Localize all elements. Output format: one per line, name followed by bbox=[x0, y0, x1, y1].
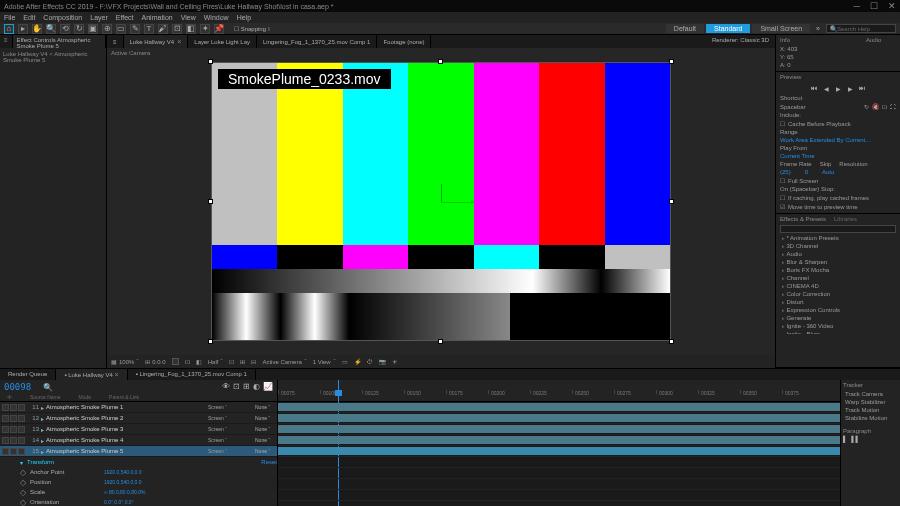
next-frame-icon[interactable]: ▶ bbox=[845, 84, 855, 92]
layer-handle[interactable] bbox=[669, 199, 674, 204]
brush-tool-icon[interactable]: 🖌 bbox=[158, 24, 168, 34]
visibility-toggle[interactable] bbox=[2, 426, 9, 433]
solo-toggle[interactable] bbox=[10, 448, 17, 455]
track-row[interactable] bbox=[278, 479, 840, 490]
views-dropdown[interactable]: 1 View ˅ bbox=[313, 358, 336, 365]
resolution-dropdown[interactable]: ⊞ 0.0.0 bbox=[145, 358, 165, 365]
mask-icon[interactable]: ◧ bbox=[196, 358, 202, 365]
fullscreen-icon[interactable]: ⛶ bbox=[890, 104, 896, 110]
effects-search-input[interactable] bbox=[780, 225, 896, 233]
fr-value[interactable]: (25) bbox=[780, 169, 791, 175]
track-row[interactable] bbox=[278, 402, 840, 413]
track-row[interactable] bbox=[278, 468, 840, 479]
loop-icon[interactable]: ↻ bbox=[864, 103, 869, 110]
col-source[interactable]: Source Name bbox=[30, 394, 61, 400]
pan-behind-tool-icon[interactable]: ⊕ bbox=[102, 24, 112, 34]
ws-more-icon[interactable]: » bbox=[812, 24, 824, 33]
cache-opt-checkbox[interactable]: ☐ If caching, play cached frames bbox=[780, 193, 896, 202]
puppet-tool-icon[interactable]: 📌 bbox=[214, 24, 224, 34]
clone-tool-icon[interactable]: ⊡ bbox=[172, 24, 182, 34]
transform-group[interactable]: ▾ TransformReset bbox=[0, 457, 277, 467]
warp-stabilizer-button[interactable]: Warp Stabilizer bbox=[843, 398, 898, 406]
maximize-icon[interactable]: ☐ bbox=[870, 1, 878, 11]
track-row[interactable] bbox=[278, 457, 840, 468]
preview-panel-header[interactable]: Preview bbox=[780, 74, 896, 80]
effect-category[interactable]: Generate bbox=[780, 314, 896, 322]
track-row[interactable] bbox=[278, 413, 840, 424]
effect-category[interactable]: Color Correction bbox=[780, 290, 896, 298]
effect-category[interactable]: Distort bbox=[780, 298, 896, 306]
effect-category[interactable]: Blur & Sharpen bbox=[780, 258, 896, 266]
shape-tool-icon[interactable]: ▭ bbox=[116, 24, 126, 34]
effect-category[interactable]: Channel bbox=[780, 274, 896, 282]
layer-handle[interactable] bbox=[438, 339, 443, 344]
track-row[interactable] bbox=[278, 446, 840, 457]
cache-checkbox[interactable]: ☐ Cache Before Playback bbox=[780, 119, 896, 128]
layer-row[interactable]: 13▸Atmospheric Smoke Plume 3Screen ˅None… bbox=[0, 424, 277, 435]
effect-category[interactable]: * Animation Presets bbox=[780, 234, 896, 242]
track-motion-button[interactable]: Track Motion bbox=[843, 406, 898, 414]
layer-bar[interactable] bbox=[278, 447, 840, 455]
comp-tab-1[interactable]: Layer Luke Light Lay bbox=[188, 35, 257, 48]
motionblur-icon[interactable]: ◐ bbox=[253, 382, 260, 391]
track-row[interactable] bbox=[278, 501, 840, 506]
comp-tab-0[interactable]: Luke Hallway V4× bbox=[124, 35, 189, 48]
menu-layer[interactable]: Layer bbox=[90, 14, 108, 21]
solo-toggle[interactable] bbox=[10, 404, 17, 411]
tl-tab-render[interactable]: Render Queue bbox=[0, 369, 56, 380]
overlay-icon[interactable]: ⊡ bbox=[882, 103, 887, 110]
audio-panel-header[interactable]: Audio bbox=[866, 37, 896, 43]
range-dropdown[interactable]: Work Area Extended By Current… bbox=[780, 137, 871, 143]
current-timecode[interactable]: 00098 bbox=[4, 382, 31, 392]
text-tool-icon[interactable]: T bbox=[144, 24, 154, 34]
first-frame-icon[interactable]: ⏮ bbox=[809, 84, 819, 92]
menu-edit[interactable]: Edit bbox=[23, 14, 35, 21]
zoom-tool-icon[interactable]: 🔍 bbox=[46, 24, 56, 34]
eraser-tool-icon[interactable]: ◧ bbox=[186, 24, 196, 34]
solo-toggle[interactable] bbox=[10, 437, 17, 444]
viewport[interactable]: Active Camera bbox=[107, 48, 775, 355]
transform-property[interactable]: ◇Orientation0.0°,0.0°,0.0° bbox=[0, 497, 277, 506]
menu-animation[interactable]: Animation bbox=[142, 14, 173, 21]
tl-tab-comp2[interactable]: ▪ Lingering_Fog_1_1370_25.mov Comp 1 bbox=[128, 369, 256, 380]
effect-category[interactable]: Audio bbox=[780, 250, 896, 258]
hand-tool-icon[interactable]: ✋ bbox=[32, 24, 42, 34]
comp-tab-layout-icon[interactable]: ≡ bbox=[107, 35, 124, 48]
search-help-input[interactable]: 🔍 Search Help bbox=[826, 24, 896, 33]
transform-property[interactable]: ◇Anchor Point1920.0,540.0,0.0 bbox=[0, 467, 277, 477]
res-dropdown[interactable]: Half ˅ bbox=[208, 358, 224, 365]
transform-property[interactable]: ◇Position1920.0,540.0,0.0 bbox=[0, 477, 277, 487]
draft3d-icon[interactable]: ⊡ bbox=[233, 382, 240, 391]
pen-tool-icon[interactable]: ✎ bbox=[130, 24, 140, 34]
graph-icon[interactable]: 📈 bbox=[263, 382, 273, 391]
lock-toggle[interactable] bbox=[18, 426, 25, 433]
roto-tool-icon[interactable]: ✦ bbox=[200, 24, 210, 34]
effects-preset-tree[interactable]: * Animation Presets3D ChannelAudioBlur &… bbox=[780, 234, 896, 334]
guides-icon[interactable]: ⊟ bbox=[251, 358, 256, 365]
paragraph-header[interactable]: Paragraph bbox=[843, 428, 898, 434]
track-row[interactable] bbox=[278, 424, 840, 435]
timeline-search-icon[interactable]: 🔍 bbox=[43, 383, 53, 392]
layer-bar[interactable] bbox=[278, 403, 840, 411]
layer-row[interactable]: 14▸Atmospheric Smoke Plume 4Screen ˅None… bbox=[0, 435, 277, 446]
track-row[interactable] bbox=[278, 435, 840, 446]
info-panel-header[interactable]: Info bbox=[780, 37, 860, 43]
layer-handle[interactable] bbox=[669, 339, 674, 344]
rotate-tool-icon[interactable]: ↻ bbox=[74, 24, 84, 34]
tl-tab-comp[interactable]: ▪ Luke Hallway V4 × bbox=[56, 369, 127, 380]
timeline-icon[interactable]: ⏱ bbox=[367, 359, 373, 365]
layer-handle[interactable] bbox=[669, 59, 674, 64]
effect-category[interactable]: 3D Channel bbox=[780, 242, 896, 250]
roi-icon[interactable]: ⊡ bbox=[229, 358, 234, 365]
timeline-tracks[interactable]: 0007500100001250015000175002000022500250… bbox=[278, 380, 840, 506]
visibility-toggle[interactable] bbox=[2, 437, 9, 444]
lock-toggle[interactable] bbox=[18, 404, 25, 411]
effect-category[interactable]: Expression Controls bbox=[780, 306, 896, 314]
minimize-icon[interactable]: ─ bbox=[854, 1, 860, 11]
res-value[interactable]: Auto bbox=[822, 169, 834, 175]
layer-bar[interactable] bbox=[278, 414, 840, 422]
effect-category[interactable]: Ignite - Blurs bbox=[780, 330, 896, 334]
orbit-tool-icon[interactable]: ⟲ bbox=[60, 24, 70, 34]
lock-toggle[interactable] bbox=[18, 448, 25, 455]
ws-standard[interactable]: Standard bbox=[706, 24, 750, 33]
